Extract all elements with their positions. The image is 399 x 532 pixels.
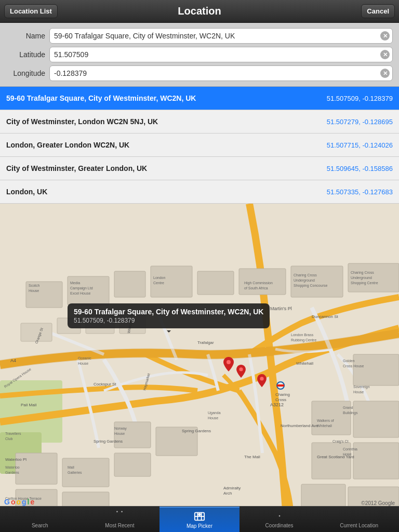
tab-coordinates[interactable]: Coordinates	[240, 507, 320, 532]
tab-map-picker[interactable]: Map Picker	[159, 507, 240, 532]
header-title: Location	[178, 5, 221, 17]
svg-point-107	[198, 514, 201, 516]
tab-bar: Search Most Recent Map Picker Coordinate…	[0, 506, 399, 532]
svg-line-98	[42, 518, 45, 521]
svg-text:Centre: Centre	[153, 281, 164, 285]
svg-text:Excel House: Excel House	[70, 291, 90, 295]
name-row: Name ✕	[6, 28, 393, 44]
svg-text:Charing: Charing	[275, 392, 290, 397]
svg-text:Uganda: Uganda	[208, 411, 221, 415]
svg-text:Oceanic: Oceanic	[78, 356, 91, 360]
svg-text:Waterloo Pl: Waterloo Pl	[5, 457, 26, 462]
result-row[interactable]: London, Greater London WC2N, UK 51.50771…	[0, 134, 399, 157]
results-list: 59-60 Trafalgar Square, City of Westmins…	[0, 87, 399, 204]
search-icon	[34, 510, 46, 522]
latitude-clear-button[interactable]: ✕	[380, 50, 390, 59]
svg-text:Cross: Cross	[275, 397, 286, 402]
svg-text:London: London	[153, 276, 165, 280]
result-name: 59-60 Trafalgar Square, City of Westmins…	[6, 94, 196, 102]
header: Location List Location Cancel	[0, 0, 399, 23]
svg-text:Walkers of: Walkers of	[317, 419, 334, 422]
location-list-button[interactable]: Location List	[4, 4, 58, 18]
latitude-input-wrap: ✕	[49, 47, 393, 62]
result-row[interactable]: London, UK 51.507335, -0.127683	[0, 180, 399, 204]
svg-text:Waterloo: Waterloo	[5, 466, 20, 469]
svg-text:A3212: A3212	[270, 402, 284, 407]
latitude-input[interactable]	[49, 47, 393, 62]
svg-text:Scotch: Scotch	[29, 284, 40, 287]
svg-rect-78	[277, 384, 284, 387]
tab-most-recent[interactable]: Most Recent	[80, 507, 160, 532]
svg-text:Spring Gardens: Spring Gardens	[182, 429, 211, 433]
svg-point-96	[260, 377, 263, 380]
svg-rect-4	[57, 318, 81, 334]
svg-rect-11	[197, 271, 234, 295]
longitude-input[interactable]	[49, 65, 393, 81]
svg-point-97	[36, 512, 43, 519]
map-area[interactable]: A4 Martin's Pl Duncannon St Pall Mall Co…	[0, 204, 399, 510]
svg-text:Whitehall: Whitehall	[296, 361, 313, 366]
svg-text:Craig's Ct: Craig's Ct	[332, 440, 349, 444]
result-coords: 51.507335, -0.127683	[327, 188, 393, 196]
svg-text:Charing Cross: Charing Cross	[294, 273, 317, 277]
svg-text:Gardens: Gardens	[5, 471, 19, 474]
svg-rect-16	[353, 401, 399, 437]
svg-rect-19	[353, 443, 399, 479]
google-watermark: Google	[4, 498, 34, 506]
longitude-label: Longitude	[6, 69, 45, 77]
svg-text:Cockspur St: Cockspur St	[94, 382, 116, 387]
result-coords: 51.509645, -0.158586	[327, 165, 393, 172]
svg-rect-5	[86, 315, 114, 334]
svg-rect-9	[114, 271, 145, 297]
svg-text:Cross House: Cross House	[343, 364, 364, 368]
svg-rect-27	[114, 453, 151, 476]
result-coords: 51.507509, -0.128379	[327, 95, 393, 102]
name-label: Name	[6, 32, 45, 40]
result-row[interactable]: City of Westminster, Greater London, UK …	[0, 157, 399, 180]
cancel-button[interactable]: Cancel	[361, 4, 395, 18]
tab-label: Coordinates	[265, 523, 294, 528]
latitude-row: Latitude ✕	[6, 47, 393, 62]
svg-text:Charing Cross: Charing Cross	[351, 271, 374, 275]
svg-text:Northumberland Ave: Northumberland Ave	[281, 423, 318, 428]
svg-text:Corinthia: Corinthia	[343, 447, 357, 451]
tab-search[interactable]: Search	[0, 507, 80, 532]
svg-text:House: House	[353, 390, 364, 394]
name-clear-button[interactable]: ✕	[380, 31, 390, 41]
name-input-wrap: ✕	[49, 28, 393, 44]
result-name: City of Westminster, Greater London, UK	[6, 164, 147, 172]
tab-label: Current Location	[340, 523, 378, 528]
map-pin-2	[236, 365, 246, 380]
name-input[interactable]	[49, 28, 393, 44]
svg-point-103	[116, 511, 118, 512]
svg-text:House: House	[208, 416, 218, 420]
result-coords: 51.507279, -0.128695	[327, 118, 393, 126]
svg-text:Underground: Underground	[351, 276, 372, 280]
svg-rect-99	[115, 512, 124, 521]
svg-text:Arch: Arch	[223, 491, 232, 496]
svg-text:Whitehall: Whitehall	[317, 424, 332, 428]
coordinates-icon	[274, 510, 285, 522]
svg-text:Campaign Ltd: Campaign Ltd	[70, 286, 93, 290]
svg-text:Media: Media	[70, 281, 80, 285]
longitude-clear-button[interactable]: ✕	[380, 69, 390, 78]
result-row[interactable]: 59-60 Trafalgar Square, City of Westmins…	[0, 87, 399, 110]
current-location-icon	[353, 510, 365, 522]
svg-text:High Commission: High Commission	[244, 281, 273, 285]
svg-text:Golden: Golden	[343, 359, 355, 363]
svg-text:Buildings: Buildings	[343, 411, 358, 415]
svg-text:Mall: Mall	[68, 466, 74, 469]
result-row[interactable]: City of Westminster, London WC2N 5NJ, UK…	[0, 110, 399, 134]
svg-text:House: House	[78, 362, 88, 365]
svg-text:Martin's Pl: Martin's Pl	[270, 306, 292, 311]
svg-text:Shopping Centre: Shopping Centre	[351, 281, 378, 285]
tab-current-location[interactable]: Current Location	[319, 507, 399, 532]
svg-text:Hotel: Hotel	[343, 453, 352, 456]
svg-point-95	[239, 367, 243, 371]
result-name: City of Westminster, London WC2N 5NJ, UK	[6, 117, 158, 126]
svg-text:Admiralty: Admiralty	[223, 486, 241, 490]
tab-label: Most Recent	[105, 523, 134, 528]
map-pin-3	[257, 374, 267, 389]
tab-label: Search	[32, 523, 48, 528]
svg-text:London Brass: London Brass	[291, 333, 314, 337]
